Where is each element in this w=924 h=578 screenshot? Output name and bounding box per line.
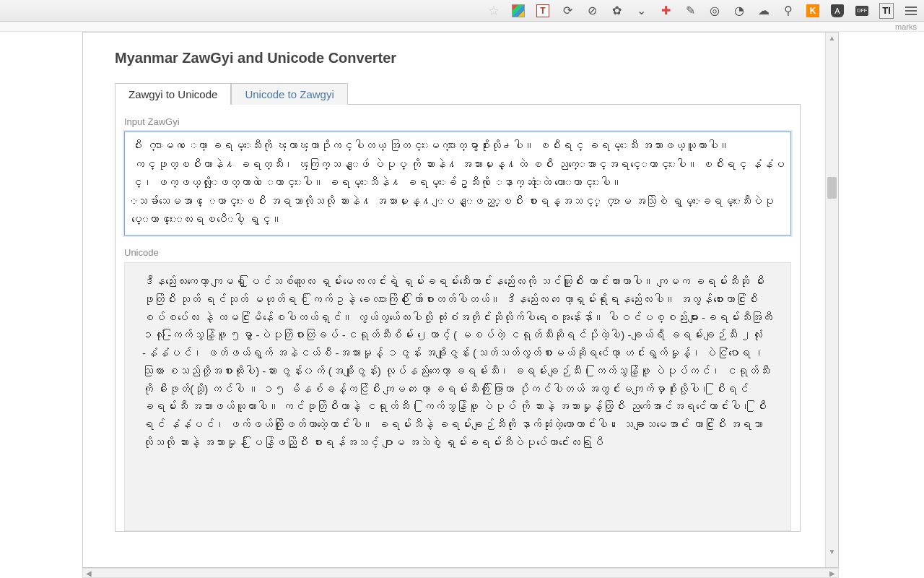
scroll-thumb[interactable] (827, 177, 837, 199)
horizontal-scrollbar[interactable]: ◀ ▶ (82, 568, 839, 578)
scroll-down-icon[interactable]: ▼ (826, 548, 838, 556)
unicode-output: ဒီနည်းလေးကတော့ ကျမရဲ့ ပြင်သစ်သူလေး ရှမ်း… (124, 262, 791, 531)
circle-icon[interactable]: ◎ (707, 4, 722, 18)
tab-unicode-to-zawgyi[interactable]: Unicode to Zawgyi (231, 83, 347, 105)
scroll-left-icon[interactable]: ◀ (86, 569, 92, 577)
zawgyi-input[interactable] (124, 131, 791, 236)
output-label: Unicode (124, 247, 791, 258)
extension-k-icon[interactable]: K (806, 4, 820, 18)
tab-zawgyi-to-unicode[interactable]: Zawgyi to Unicode (115, 83, 231, 105)
extension-rainbow-icon[interactable] (511, 4, 526, 18)
page-title: Myanmar ZawGyi and Unicode Converter (115, 50, 801, 66)
menu-icon[interactable] (904, 4, 918, 18)
plus-medical-icon[interactable]: ✚ (658, 4, 673, 18)
clock-icon[interactable]: ◔ (732, 4, 746, 18)
browser-toolbar: ☆ T ⟳ ⊘ ✿ ⌄ ✚ ✎ ◎ ◔ ☁ ⚲ K A OFF TI (0, 0, 924, 22)
input-label: Input ZawGyi (124, 116, 791, 127)
scroll-up-icon[interactable]: ▲ (826, 34, 838, 42)
converter-popup: Myanmar ZawGyi and Unicode Converter Zaw… (82, 32, 839, 568)
extension-angular-icon[interactable]: A (830, 4, 845, 18)
bookmarks-bar: marks (0, 22, 924, 32)
extension-t-icon[interactable]: T (536, 4, 550, 18)
pin-icon[interactable]: ⚲ (781, 4, 796, 18)
eyedropper-icon[interactable]: ✎ (683, 4, 697, 18)
reload-icon[interactable]: ⟳ (560, 4, 575, 18)
extension-off-icon[interactable]: OFF (855, 4, 869, 18)
block-icon[interactable]: ⊘ (585, 4, 599, 18)
gear-icon[interactable]: ✿ (609, 4, 624, 18)
vertical-scrollbar[interactable]: ▲ ▼ (825, 33, 838, 567)
bookmark-star-icon[interactable]: ☆ (487, 4, 501, 18)
tab-panel: Input ZawGyi Unicode ဒီနည်းလေးကတော့ ကျမရ… (115, 105, 801, 532)
pocket-icon[interactable]: ⌄ (634, 4, 648, 18)
cloud-icon[interactable]: ☁ (757, 4, 771, 18)
scroll-right-icon[interactable]: ▶ (829, 569, 835, 577)
bookmarks-peek-text: marks (895, 22, 917, 31)
tab-bar: Zawgyi to Unicode Unicode to Zawgyi (115, 82, 801, 105)
extension-ti-active-icon[interactable]: TI (879, 4, 894, 18)
